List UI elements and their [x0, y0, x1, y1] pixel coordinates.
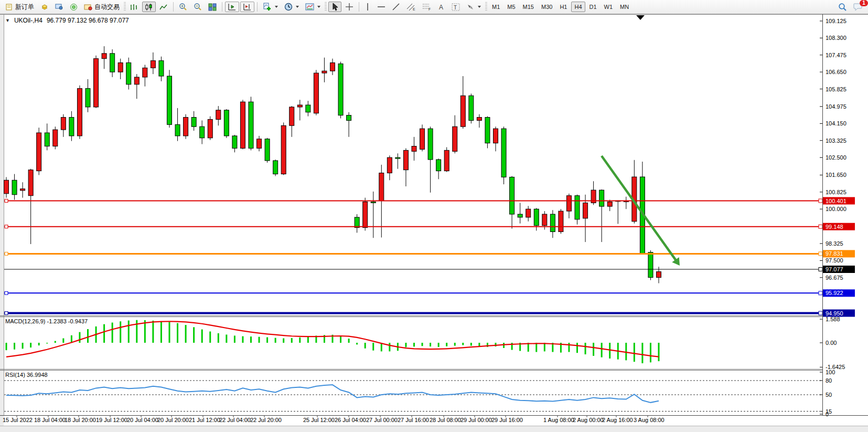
svg-text:100: 100 [826, 369, 835, 375]
chart-shift-button[interactable] [240, 2, 254, 12]
chart-shift-icon [243, 3, 252, 11]
zoom-in-button[interactable] [176, 2, 190, 12]
auto-trading-icon [84, 3, 92, 10]
macd-label: MACD(12,26,9) -1.2383 -0.9437 [5, 318, 88, 324]
new-order-icon [5, 3, 13, 11]
svg-text:22 Jul 04:00: 22 Jul 04:00 [219, 417, 251, 423]
svg-text:29 Jul 00:00: 29 Jul 00:00 [460, 417, 492, 423]
auto-scroll-icon [228, 3, 237, 11]
timeframe-button-M15[interactable]: M15 [520, 2, 537, 12]
svg-text:103.325: 103.325 [826, 138, 846, 144]
periods-button[interactable] [282, 2, 302, 12]
text-button[interactable]: A [435, 2, 448, 12]
auto-trading-button[interactable]: 自动交易 [81, 2, 122, 12]
market-watch-button[interactable] [52, 2, 66, 12]
tile-windows-button[interactable] [206, 2, 219, 12]
signals-button[interactable] [67, 2, 80, 12]
timeframe-button-W1[interactable]: W1 [601, 2, 616, 12]
svg-text:26 Jul 04:00: 26 Jul 04:00 [335, 417, 366, 423]
timeframe-button-M5[interactable]: M5 [504, 2, 518, 12]
new-order-button[interactable]: 新订单 [3, 2, 37, 12]
bar-chart-icon [130, 3, 138, 11]
timeframe-button-M1[interactable]: M1 [489, 2, 503, 12]
dropdown-arrow-icon [275, 6, 278, 8]
new-order-label: 新订单 [15, 3, 34, 12]
equidistant-channel-button[interactable]: E [404, 2, 419, 12]
timeframe-button-H1[interactable]: H1 [556, 2, 570, 12]
zoom-out-icon [194, 3, 202, 11]
candlestick-chart-icon [145, 3, 153, 11]
svg-text:95.922: 95.922 [826, 290, 843, 296]
svg-text:19 Jul 12:00: 19 Jul 12:00 [96, 417, 127, 423]
svg-text:99.148: 99.148 [826, 224, 843, 230]
trendline-button[interactable] [389, 2, 403, 12]
notification-badge: 1 [860, 0, 868, 6]
toolbar-separator [359, 2, 359, 12]
auto-scroll-button[interactable] [225, 2, 239, 12]
text-label-button[interactable]: T [449, 2, 463, 12]
arrows-icon [466, 3, 475, 11]
svg-text:109.125: 109.125 [826, 18, 846, 24]
vertical-line-button[interactable] [362, 2, 373, 12]
templates-button[interactable] [303, 2, 323, 12]
svg-text:21 Jul 12:00: 21 Jul 12:00 [189, 417, 220, 423]
zoom-in-icon [179, 3, 187, 11]
dropdown-arrow-icon [478, 6, 481, 8]
fibonacci-icon: F [422, 3, 432, 11]
toolbar-separator [257, 2, 258, 12]
auto-trading-label: 自动交易 [94, 3, 120, 12]
svg-text:0.00: 0.00 [826, 340, 837, 346]
metaeditor-button[interactable] [38, 2, 51, 12]
candlestick-chart-button[interactable] [142, 2, 156, 12]
timeframe-button-H4[interactable]: H4 [571, 2, 585, 12]
svg-text:97.500: 97.500 [826, 257, 843, 264]
signal-icon [70, 3, 78, 11]
svg-text:107.475: 107.475 [826, 52, 846, 58]
search-icon [838, 3, 847, 12]
svg-text:27 Jul 00:00: 27 Jul 00:00 [366, 417, 398, 423]
svg-text:97.077: 97.077 [826, 266, 843, 272]
chart-canvas[interactable]: 109.125108.300107.475106.650105.825104.9… [0, 14, 868, 432]
notifications-button[interactable]: 1 [851, 2, 865, 12]
text-label-icon: T [452, 3, 460, 11]
toolbar: 新订单 自动交易 [0, 0, 868, 14]
timeframe-button-D1[interactable]: D1 [586, 2, 600, 12]
svg-text:1 Aug 08:00: 1 Aug 08:00 [543, 417, 574, 423]
svg-text:F: F [428, 7, 431, 11]
svg-text:20 Jul 20:00: 20 Jul 20:00 [157, 417, 189, 423]
svg-text:106.650: 106.650 [826, 69, 846, 75]
text-icon: A [438, 3, 445, 11]
bar-chart-button[interactable] [127, 2, 141, 12]
arrows-button[interactable] [464, 2, 484, 12]
svg-text:28 Jul 08:00: 28 Jul 08:00 [430, 417, 461, 423]
svg-text:29 Jul 16:00: 29 Jul 16:00 [491, 417, 523, 423]
horizontal-line-button[interactable] [374, 2, 388, 12]
timeframe-button-M30[interactable]: M30 [538, 2, 555, 12]
dropdown-arrow-icon [296, 6, 299, 8]
svg-text:A: A [439, 4, 443, 11]
add-indicator-icon [263, 3, 272, 11]
svg-text:104.975: 104.975 [826, 103, 846, 110]
svg-text:96.675: 96.675 [826, 275, 843, 281]
svg-text:80: 80 [826, 377, 832, 384]
svg-text:3 Aug 08:00: 3 Aug 08:00 [634, 417, 665, 423]
search-button[interactable] [835, 2, 850, 12]
cursor-button[interactable] [328, 2, 341, 12]
chart-ohlc-values: 96.779 97.132 96.678 97.077 [47, 17, 129, 24]
zoom-out-button[interactable] [191, 2, 205, 12]
svg-text:E: E [413, 7, 415, 11]
line-chart-button[interactable] [157, 2, 170, 12]
svg-text:2 Aug 00:00: 2 Aug 00:00 [573, 417, 604, 423]
crosshair-button[interactable] [342, 2, 356, 12]
toolbar-separator [222, 2, 222, 12]
timeframe-button-MN[interactable]: MN [617, 2, 632, 12]
svg-text:0: 0 [826, 411, 829, 417]
svg-text:105.825: 105.825 [826, 86, 846, 92]
toolbar-separator [173, 2, 174, 12]
clock-icon [284, 3, 293, 11]
symbol-dropdown-icon[interactable]: ▼ [5, 18, 10, 23]
channel-icon: E [406, 3, 416, 11]
add-indicator-button[interactable] [260, 2, 281, 12]
chart-window: 109.125108.300107.475106.650105.825104.9… [0, 14, 868, 432]
fibonacci-button[interactable]: F [420, 2, 434, 12]
